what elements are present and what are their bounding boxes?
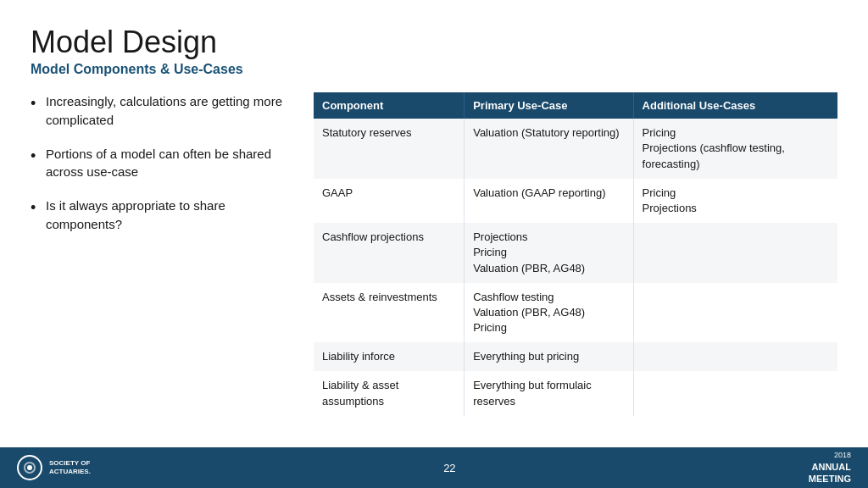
footer-meeting-label: ANNUALMEETING	[809, 461, 851, 485]
cell-primary: Everything but formulaic reserves	[465, 371, 633, 415]
cell-component: Cashflow projections	[314, 223, 465, 283]
cell-additional: PricingProjections (cashflow testing, fo…	[633, 119, 837, 179]
slide-title: Model Design	[31, 24, 837, 60]
cell-primary: ProjectionsPricingValuation (PBR, AG48)	[465, 223, 633, 283]
cell-component: Liability inforce	[314, 342, 465, 371]
cell-primary: Valuation (GAAP reporting)	[465, 179, 633, 223]
bullet-item-1: Increasingly, calculations are getting m…	[31, 92, 293, 130]
bullet-item-3: Is it always appropriate to share compon…	[31, 197, 293, 234]
table-row: Cashflow projectionsProjectionsPricingVa…	[314, 223, 837, 283]
table-row: Liability & asset assumptionsEverything …	[314, 371, 837, 415]
footer-annual-meeting: 2018 ANNUALMEETING	[809, 451, 851, 485]
slide-subtitle: Model Components & Use-Cases	[31, 62, 837, 77]
footer-logo-line1: SOCIETY OF	[49, 459, 91, 468]
footer-logo: SOCIETY OF ACTUARIES.	[17, 455, 91, 480]
cell-additional	[633, 371, 837, 415]
bullet-item-2: Portions of a model can often be shared …	[31, 145, 293, 182]
footer: SOCIETY OF ACTUARIES. 22 2018 ANNUALMEET…	[0, 447, 868, 488]
table-header-row: Component Primary Use-Case Additional Us…	[314, 92, 837, 119]
components-table: Component Primary Use-Case Additional Us…	[314, 92, 837, 416]
svg-point-0	[27, 465, 32, 470]
cell-component: Statutory reserves	[314, 119, 465, 179]
table-row: GAAPValuation (GAAP reporting)PricingPro…	[314, 179, 837, 223]
bullet-list-container: Increasingly, calculations are getting m…	[31, 92, 293, 249]
cell-additional	[633, 223, 837, 283]
footer-year: 2018	[809, 451, 851, 461]
col-header-primary: Primary Use-Case	[465, 92, 633, 119]
cell-additional: PricingProjections	[633, 179, 837, 223]
cell-component: GAAP	[314, 179, 465, 223]
cell-primary: Everything but pricing	[465, 342, 633, 371]
table-row: Assets & reinvestmentsCashflow testingVa…	[314, 283, 837, 343]
main-row: Increasingly, calculations are getting m…	[31, 92, 837, 416]
table-row: Statutory reservesValuation (Statutory r…	[314, 119, 837, 179]
footer-page-number: 22	[443, 462, 455, 474]
table-container: Component Primary Use-Case Additional Us…	[314, 92, 837, 416]
table-row: Liability inforceEverything but pricing	[314, 342, 837, 371]
cell-primary: Valuation (Statutory reporting)	[465, 119, 633, 179]
soa-logo-svg	[22, 460, 37, 475]
cell-component: Liability & asset assumptions	[314, 371, 465, 415]
cell-component: Assets & reinvestments	[314, 283, 465, 343]
bullet-list: Increasingly, calculations are getting m…	[31, 92, 293, 234]
cell-additional	[633, 283, 837, 343]
footer-logo-line2: ACTUARIES.	[49, 468, 91, 476]
cell-additional	[633, 342, 837, 371]
slide-content: Model Design Model Components & Use-Case…	[0, 0, 868, 447]
col-header-additional: Additional Use-Cases	[633, 92, 837, 119]
table-body: Statutory reservesValuation (Statutory r…	[314, 119, 837, 416]
col-header-component: Component	[314, 92, 465, 119]
footer-logo-text: SOCIETY OF ACTUARIES.	[49, 459, 91, 477]
soa-logo-icon	[17, 455, 42, 480]
cell-primary: Cashflow testingValuation (PBR, AG48)Pri…	[465, 283, 633, 343]
